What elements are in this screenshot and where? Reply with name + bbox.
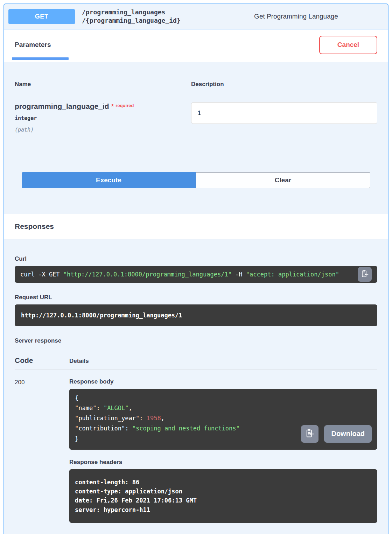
parameter-name: programming_language_id	[15, 102, 109, 110]
responses-title: Responses	[15, 222, 54, 231]
download-button[interactable]: Download	[324, 425, 372, 443]
tab-parameters[interactable]: Parameters	[15, 41, 51, 49]
param-name-header: Name	[15, 81, 191, 88]
page: GET /programming_languages/{programming_…	[0, 0, 392, 534]
active-tab-indicator	[12, 57, 69, 60]
request-url-text: http://127.0.0.1:8000/programming_langua…	[21, 312, 182, 319]
tab-bar: Parameters Cancel	[4, 29, 388, 62]
http-method-badge: GET	[8, 9, 75, 24]
cancel-button[interactable]: Cancel	[319, 36, 377, 54]
details-column-header: Details	[69, 358, 89, 365]
response-details: Response body { "name": "ALGOL", "public…	[69, 378, 377, 523]
curl-label: Curl	[15, 255, 377, 262]
curl-command-block: curl -X GET "http://127.0.0.1:8000/progr…	[15, 266, 377, 283]
parameter-value-input[interactable]	[191, 102, 377, 124]
parameters-table-header: Name Description	[15, 81, 377, 88]
required-asterisk: *	[111, 103, 114, 110]
operation-panel: GET /programming_languages/{programming_…	[4, 3, 388, 534]
param-description-header: Description	[191, 81, 224, 88]
execute-button-group: Execute Clear	[22, 172, 370, 188]
execute-button[interactable]: Execute	[22, 172, 196, 188]
request-url-block: http://127.0.0.1:8000/programming_langua…	[15, 304, 377, 326]
clear-button[interactable]: Clear	[196, 172, 370, 188]
opblock-header[interactable]: GET /programming_languages/{programming_…	[4, 4, 388, 29]
response-headers-block: content-length: 86content-type: applicat…	[69, 469, 377, 523]
parameter-location: (path)	[15, 127, 191, 133]
response-body-block: { "name": "ALGOL", "publication_year": 1…	[69, 389, 377, 450]
server-response-label: Server response	[15, 337, 377, 344]
response-code: 200	[15, 378, 69, 523]
code-column-header: Code	[15, 356, 69, 365]
endpoint-path: /programming_languages/{programming_lang…	[82, 8, 191, 25]
parameter-name-line: programming_language_id*required	[15, 102, 191, 111]
parameter-row: programming_language_id*required integer…	[15, 102, 377, 133]
parameter-type: integer	[15, 115, 191, 121]
server-response-row: 200 Response body { "name": "ALGOL", "pu…	[15, 378, 377, 523]
clipboard-copy-icon	[305, 428, 315, 439]
parameter-value-cell	[191, 102, 377, 133]
request-url-label: Request URL	[15, 294, 377, 301]
responses-content: Curl curl -X GET "http://127.0.0.1:8000/…	[4, 239, 388, 534]
section-divider	[15, 370, 377, 370]
response-headers-label: Response headers	[69, 459, 377, 466]
section-divider	[15, 93, 377, 93]
response-body-actions: Download	[301, 425, 372, 443]
endpoint-summary: Get Programming Language	[198, 13, 384, 20]
required-label: required	[115, 103, 134, 108]
curl-command-text: curl -X GET "http://127.0.0.1:8000/progr…	[20, 271, 339, 278]
server-response-table-header: Code Details	[15, 356, 377, 365]
responses-header: Responses	[4, 214, 388, 239]
response-body-label: Response body	[69, 378, 377, 385]
parameter-info: programming_language_id*required integer…	[15, 102, 191, 133]
clipboard-copy-icon	[360, 269, 369, 279]
parameters-section: Name Description programming_language_id…	[4, 62, 388, 214]
copy-curl-button[interactable]	[358, 267, 372, 282]
copy-response-button[interactable]	[301, 425, 318, 443]
